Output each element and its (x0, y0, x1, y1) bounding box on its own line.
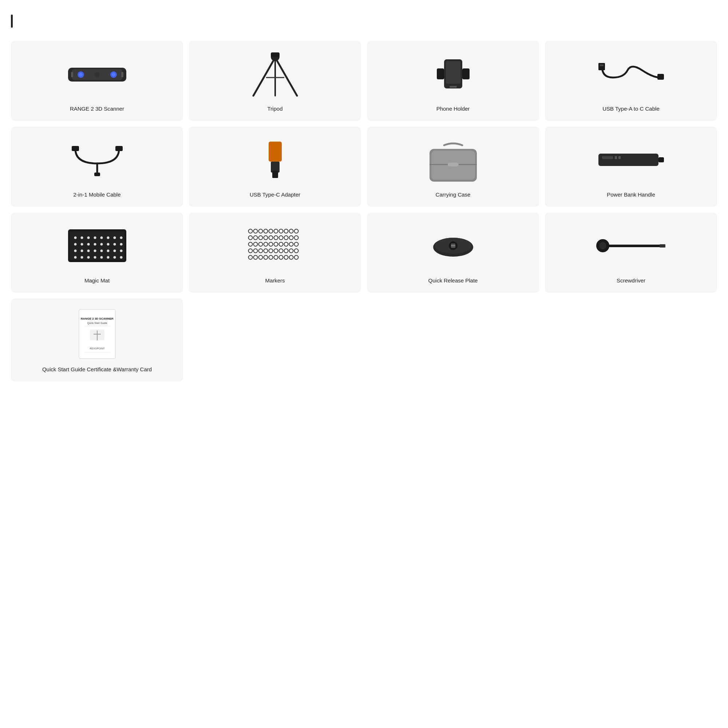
product-card-usb-a-c: USB Type-A to C Cable (545, 41, 717, 121)
svg-point-96 (269, 242, 273, 246)
svg-line-9 (253, 58, 275, 96)
svg-point-42 (87, 237, 90, 239)
svg-point-100 (289, 242, 293, 246)
svg-rect-129 (609, 245, 661, 247)
svg-rect-39 (70, 231, 124, 260)
svg-point-82 (248, 236, 252, 240)
svg-point-103 (253, 249, 257, 253)
svg-rect-14 (271, 52, 280, 57)
svg-rect-8 (121, 72, 123, 77)
product-image-quick-start: RANGE 2 3D SCANNER Quick Start Guide REV… (17, 306, 177, 360)
svg-point-112 (248, 255, 252, 260)
product-card-tripod: Tripod (189, 41, 361, 121)
svg-point-94 (258, 242, 262, 246)
svg-point-115 (263, 255, 268, 260)
svg-rect-18 (437, 69, 444, 80)
svg-line-10 (275, 58, 297, 96)
svg-point-99 (284, 242, 288, 246)
product-image-tripod (195, 48, 355, 100)
svg-point-79 (284, 229, 288, 233)
svg-point-106 (269, 249, 273, 253)
svg-point-92 (248, 242, 252, 246)
svg-point-109 (284, 249, 288, 253)
svg-point-62 (113, 250, 116, 252)
svg-point-72 (248, 229, 252, 233)
product-image-quick-release (373, 220, 533, 272)
svg-point-67 (93, 256, 96, 259)
svg-point-111 (294, 249, 298, 253)
product-image-usb-c-adapter (195, 134, 355, 186)
product-image-usb-a-c (551, 48, 711, 100)
product-card-carrying-case: Carrying Case (367, 127, 539, 207)
svg-text:REVOPOINT: REVOPOINT (90, 347, 105, 350)
svg-rect-17 (450, 86, 457, 88)
product-image-magic-mat (17, 220, 177, 272)
svg-point-52 (100, 243, 102, 246)
svg-text:RANGE 2 3D SCANNER: RANGE 2 3D SCANNER (81, 317, 113, 320)
svg-point-104 (258, 249, 262, 253)
svg-point-57 (80, 250, 83, 252)
svg-point-60 (100, 250, 102, 252)
product-label-markers: Markers (265, 277, 284, 284)
svg-rect-21 (658, 74, 664, 80)
svg-point-90 (289, 236, 293, 240)
product-label-quick-start: Quick Start Guide Certificate &Warranty … (42, 366, 152, 373)
svg-point-119 (284, 255, 288, 260)
svg-point-77 (274, 229, 278, 233)
svg-point-98 (279, 242, 283, 246)
svg-point-85 (263, 236, 268, 240)
svg-point-53 (107, 243, 109, 246)
svg-rect-35 (602, 156, 613, 159)
svg-point-59 (93, 250, 96, 252)
page-title-bar (11, 15, 717, 28)
svg-point-3 (79, 73, 83, 76)
svg-rect-32 (448, 163, 459, 166)
svg-point-102 (248, 249, 252, 253)
svg-point-68 (100, 256, 102, 259)
svg-point-91 (294, 236, 298, 240)
svg-rect-23 (72, 146, 79, 151)
product-label-mobile-cable: 2-in-1 Mobile Cable (73, 191, 121, 199)
svg-point-49 (80, 243, 83, 246)
svg-rect-34 (658, 157, 664, 162)
svg-point-71 (120, 256, 122, 259)
title-accent (11, 15, 13, 28)
svg-point-110 (289, 249, 293, 253)
svg-point-117 (274, 255, 278, 260)
svg-point-61 (107, 250, 109, 252)
product-card-markers: Markers (189, 213, 361, 293)
product-card-magic-mat: Magic Mat (11, 213, 183, 293)
svg-point-43 (93, 237, 96, 239)
svg-point-105 (263, 249, 268, 253)
svg-point-50 (87, 243, 90, 246)
product-card-quick-release: Quick Release Plate (367, 213, 539, 293)
svg-point-76 (269, 229, 273, 233)
svg-point-70 (113, 256, 116, 259)
product-image-mobile-cable (17, 134, 177, 186)
product-image-carrying-case (373, 134, 533, 186)
svg-point-128 (599, 242, 606, 249)
product-image-scanner (17, 48, 177, 100)
svg-rect-130 (659, 244, 665, 248)
svg-rect-37 (618, 156, 621, 159)
svg-point-63 (120, 250, 122, 252)
svg-point-45 (107, 237, 109, 239)
svg-point-74 (258, 229, 262, 233)
svg-point-47 (120, 237, 122, 239)
product-label-quick-release: Quick Release Plate (428, 277, 478, 284)
svg-rect-24 (115, 146, 123, 151)
product-card-usb-c-adapter: USB Type-C Adapter (189, 127, 361, 207)
product-label-screwdriver: Screwdriver (616, 277, 645, 284)
svg-rect-33 (598, 154, 658, 166)
svg-point-113 (253, 255, 257, 260)
product-label-scanner: RANGE 2 3D Scanner (70, 105, 124, 113)
svg-rect-22 (600, 64, 604, 66)
product-card-power-bank: Power Bank Handle (545, 127, 717, 207)
product-image-screwdriver (551, 220, 711, 272)
svg-rect-26 (269, 142, 282, 162)
svg-point-75 (263, 229, 268, 233)
svg-point-64 (74, 256, 76, 259)
svg-text:Quick Start Guide: Quick Start Guide (87, 322, 107, 325)
svg-point-116 (269, 255, 273, 260)
svg-point-69 (107, 256, 109, 259)
